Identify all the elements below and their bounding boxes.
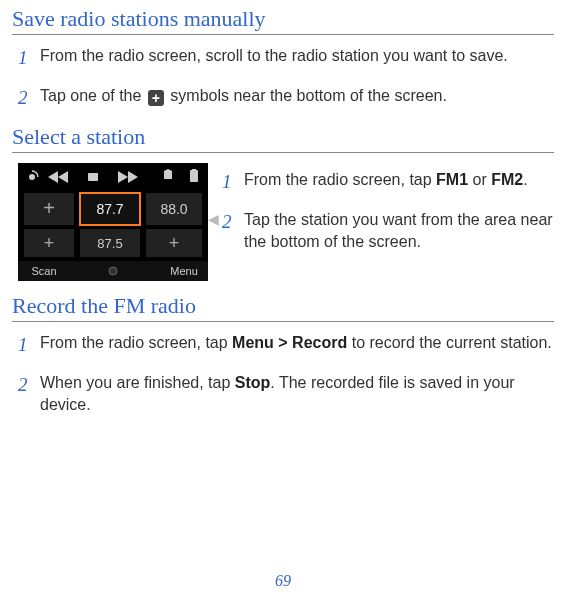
step-number: 1 [222, 169, 244, 195]
svg-point-1 [29, 174, 35, 180]
text-segment: From the radio screen, tap [40, 334, 232, 351]
text-segment: to record the current station. [347, 334, 552, 351]
text-segment: symbols near the bottom of the screen. [170, 87, 447, 104]
page-number: 69 [0, 572, 566, 590]
radio-svg-icon: + 87.7 88.0 + 87.5 + Scan Menu [18, 163, 208, 281]
preset-freq-3: 87.5 [97, 236, 122, 251]
svg-text:+: + [44, 233, 55, 253]
svg-point-20 [109, 267, 117, 275]
text-segment: From the radio screen, tap [244, 171, 436, 188]
step-text: When you are finished, tap Stop. The rec… [40, 372, 554, 415]
step-number: 2 [18, 372, 40, 398]
select-side-by-side: + 87.7 88.0 + 87.5 + Scan Menu 1 From th… [18, 163, 554, 281]
step-text: Tap one of the + symbols near the bottom… [40, 85, 554, 107]
svg-rect-8 [190, 170, 198, 182]
svg-rect-4 [88, 173, 98, 181]
chevron-left-icon: ◀ [208, 211, 219, 227]
svg-rect-9 [192, 169, 196, 171]
step-text: From the radio screen, tap Menu > Record… [40, 332, 554, 354]
heading-select-station: Select a station [12, 124, 554, 153]
step-number: 2 [222, 209, 244, 235]
menu-label: Menu [170, 265, 198, 277]
save-step-1: 1 From the radio screen, scroll to the r… [18, 45, 554, 71]
heading-save-stations: Save radio stations manually [12, 6, 554, 35]
step-number: 1 [18, 45, 40, 71]
scan-label: Scan [31, 265, 56, 277]
fm2-label: FM2 [491, 171, 523, 188]
heading-record-fm: Record the FM radio [12, 293, 554, 322]
select-step-1: 1 From the radio screen, tap FM1 or FM2. [222, 169, 554, 195]
text-segment: or [468, 171, 491, 188]
gt-bold: > [274, 334, 292, 351]
plus-icon: + [148, 90, 164, 106]
preset-freq-2: 88.0 [160, 201, 187, 217]
step-text: Tap the station you want from the area n… [244, 209, 554, 252]
text-segment: Tap one of the [40, 87, 146, 104]
record-step-2: 2 When you are finished, tap Stop. The r… [18, 372, 554, 415]
svg-text:+: + [43, 197, 55, 219]
preset-freq-1: 87.7 [96, 201, 123, 217]
record-bold: Record [292, 334, 347, 351]
step-text: From the radio screen, tap FM1 or FM2. [244, 169, 554, 191]
save-step-2: 2 Tap one of the + symbols near the bott… [18, 85, 554, 111]
text-segment: . [523, 171, 527, 188]
step-number: 2 [18, 85, 40, 111]
radio-screenshot: + 87.7 88.0 + 87.5 + Scan Menu [18, 163, 208, 281]
record-step-1: 1 From the radio screen, tap Menu > Reco… [18, 332, 554, 358]
stop-bold: Stop [235, 374, 271, 391]
fm1-label: FM1 [436, 171, 468, 188]
menu-bold: Menu [232, 334, 274, 351]
svg-marker-7 [164, 169, 172, 179]
step-text: From the radio screen, scroll to the rad… [40, 45, 554, 67]
text-segment: When you are finished, tap [40, 374, 235, 391]
select-step-2: 2 Tap the station you want from the area… [222, 209, 554, 252]
svg-text:+: + [169, 233, 180, 253]
step-number: 1 [18, 332, 40, 358]
